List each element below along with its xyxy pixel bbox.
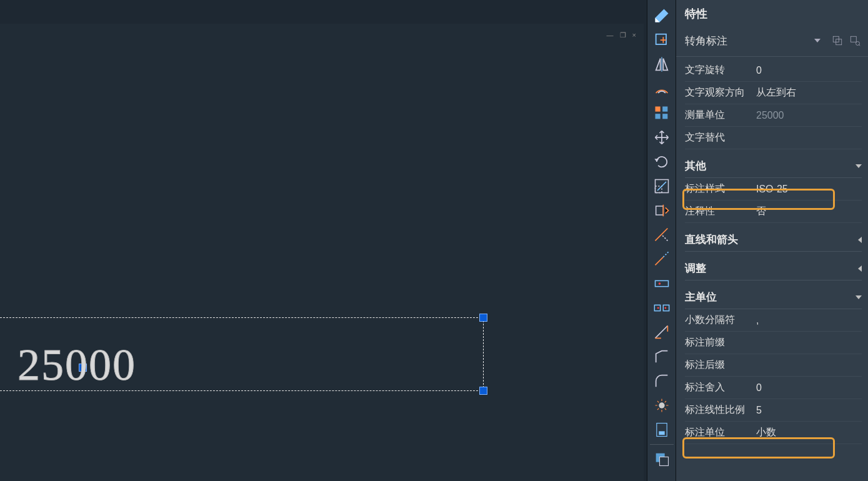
quick-select-icon[interactable] bbox=[831, 34, 844, 47]
prop-label: 文字旋转 bbox=[685, 64, 752, 77]
prop-row-decimal-sep[interactable]: 小数分隔符 , bbox=[685, 309, 862, 332]
prop-value[interactable]: 0 bbox=[752, 65, 862, 76]
svg-rect-26 bbox=[851, 36, 856, 42]
prop-label: 测量单位 bbox=[685, 109, 752, 122]
svg-rect-5 bbox=[662, 114, 667, 119]
prop-value[interactable]: 5 bbox=[752, 405, 862, 416]
svg-line-11 bbox=[655, 257, 663, 265]
dimension-line-top[interactable] bbox=[0, 317, 484, 318]
prop-label: 标注后缀 bbox=[685, 359, 752, 372]
svg-rect-2 bbox=[655, 107, 660, 112]
svg-rect-21 bbox=[659, 431, 664, 435]
break-icon[interactable] bbox=[650, 296, 674, 320]
properties-panel: 特性 转角标注 文字旋转 0 文字观察方向 从左到右 测量单位 25000 文字… bbox=[676, 0, 868, 481]
svg-line-9 bbox=[655, 229, 667, 241]
mirror-icon[interactable] bbox=[650, 52, 674, 76]
chevron-down-icon bbox=[814, 39, 821, 42]
object-type-selector-row: 转角标注 bbox=[676, 27, 868, 57]
section-primary-units[interactable]: 主单位 bbox=[685, 285, 862, 309]
dimension-grip[interactable] bbox=[480, 314, 487, 321]
close-icon[interactable]: × bbox=[632, 31, 636, 39]
array-icon[interactable] bbox=[650, 101, 674, 125]
prop-label: 小数分隔符 bbox=[685, 314, 752, 327]
svg-line-10 bbox=[662, 236, 668, 241]
prop-label: 标注舍入 bbox=[685, 381, 752, 394]
prop-value: 25000 bbox=[752, 110, 862, 121]
object-type-dropdown[interactable]: 转角标注 bbox=[685, 31, 827, 50]
dimension-extension-line[interactable] bbox=[483, 317, 484, 391]
chamfer-icon[interactable] bbox=[650, 345, 674, 369]
prop-row-text-direction[interactable]: 文字观察方向 从左到右 bbox=[685, 82, 862, 104]
svg-point-17 bbox=[657, 307, 659, 309]
prop-label: 标注线性比例 bbox=[685, 404, 752, 417]
prop-row-measure-unit[interactable]: 测量单位 25000 bbox=[685, 104, 862, 127]
chevron-down-icon bbox=[856, 164, 862, 168]
extend-icon[interactable] bbox=[650, 247, 674, 271]
eraser-icon[interactable] bbox=[650, 4, 674, 27]
svg-rect-0 bbox=[656, 34, 666, 44]
join-icon[interactable] bbox=[650, 320, 674, 344]
restore-icon[interactable]: ❐ bbox=[620, 31, 626, 39]
prop-row-dim-suffix[interactable]: 标注后缀 bbox=[685, 354, 862, 377]
prop-row-text-override[interactable]: 文字替代 bbox=[685, 127, 862, 149]
section-other[interactable]: 其他 bbox=[685, 154, 862, 178]
prop-label: 文字替代 bbox=[685, 131, 752, 144]
svg-rect-8 bbox=[656, 206, 663, 215]
prop-label: 注释性 bbox=[685, 205, 752, 218]
prop-label: 标注样式 bbox=[685, 182, 752, 196]
svg-rect-3 bbox=[662, 107, 667, 112]
svg-line-12 bbox=[663, 252, 668, 257]
dimension-text[interactable]: 25000 bbox=[17, 339, 136, 391]
vertical-toolbar bbox=[647, 0, 676, 481]
section-label: 主单位 bbox=[685, 290, 717, 304]
toolbar-separator bbox=[650, 444, 674, 445]
section-fit[interactable]: 调整 bbox=[685, 257, 862, 280]
minimize-icon[interactable]: — bbox=[607, 31, 614, 39]
prop-row-text-rotation[interactable]: 文字旋转 0 bbox=[685, 59, 862, 82]
drawing-canvas[interactable]: — ❐ × 25000 bbox=[0, 24, 644, 481]
prop-row-dim-units[interactable]: 标注单位 小数 bbox=[685, 422, 862, 444]
prop-label: 标注单位 bbox=[685, 426, 752, 439]
fillet-icon[interactable] bbox=[650, 369, 674, 393]
copy-plus-icon[interactable] bbox=[650, 28, 674, 52]
prop-row-dim-round[interactable]: 标注舍入 0 bbox=[685, 377, 862, 399]
prop-row-annotative[interactable]: 注释性 否 bbox=[685, 201, 862, 223]
section-label: 直线和箭头 bbox=[685, 232, 738, 247]
prop-row-dim-scale-linear[interactable]: 标注线性比例 5 bbox=[685, 399, 862, 422]
offset-icon[interactable] bbox=[650, 77, 674, 101]
prop-value[interactable]: 否 bbox=[752, 205, 862, 218]
svg-rect-13 bbox=[655, 280, 668, 286]
svg-point-14 bbox=[658, 282, 661, 285]
prop-row-dim-prefix[interactable]: 标注前缀 bbox=[685, 332, 862, 354]
svg-point-19 bbox=[659, 402, 664, 408]
pickadd-icon[interactable] bbox=[848, 34, 862, 47]
object-type-label: 转角标注 bbox=[685, 34, 727, 48]
panel-title: 特性 bbox=[676, 0, 868, 27]
section-lines-arrows[interactable]: 直线和箭头 bbox=[685, 228, 862, 252]
scale-icon[interactable] bbox=[650, 174, 674, 198]
prop-label: 文字观察方向 bbox=[685, 86, 752, 99]
trim-icon[interactable] bbox=[650, 223, 674, 247]
chevron-down-icon bbox=[856, 295, 862, 299]
chevron-left-icon bbox=[858, 265, 862, 272]
section-label: 其他 bbox=[685, 159, 706, 173]
draworder-icon[interactable] bbox=[650, 447, 674, 471]
move-icon[interactable] bbox=[650, 126, 674, 149]
explode-icon[interactable] bbox=[650, 394, 674, 417]
prop-value[interactable]: ISO-25 bbox=[752, 184, 862, 195]
prop-value[interactable]: 小数 bbox=[752, 426, 862, 439]
chevron-left-icon bbox=[858, 237, 862, 243]
svg-point-18 bbox=[664, 307, 666, 309]
break-at-point-icon[interactable] bbox=[650, 272, 674, 295]
dimension-grip[interactable] bbox=[480, 387, 487, 394]
rotate-icon[interactable] bbox=[650, 150, 674, 174]
prop-row-dim-style[interactable]: 标注样式 ISO-25 bbox=[685, 178, 862, 201]
svg-rect-4 bbox=[655, 114, 660, 119]
stretch-icon[interactable] bbox=[650, 199, 674, 222]
prop-value[interactable]: 0 bbox=[752, 382, 862, 394]
prop-value[interactable]: 从左到右 bbox=[752, 86, 862, 99]
prop-value[interactable]: , bbox=[752, 315, 862, 326]
prop-label: 标注前缀 bbox=[685, 336, 752, 349]
section-label: 调整 bbox=[685, 261, 706, 275]
modify-icon[interactable] bbox=[650, 418, 674, 442]
